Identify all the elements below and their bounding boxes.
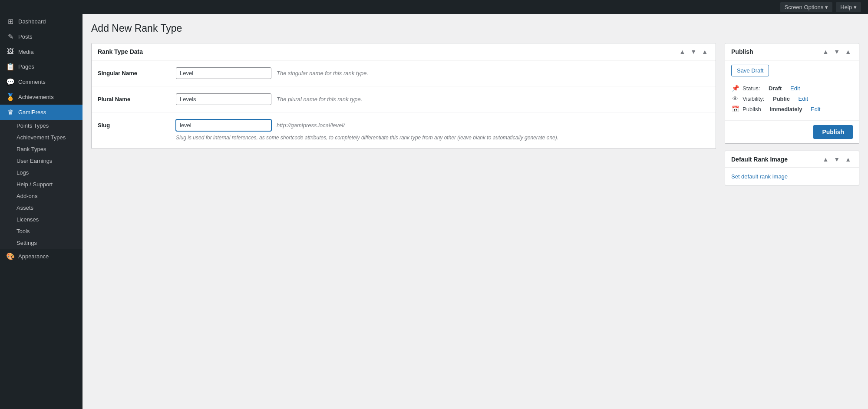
publish-time-label: Publish — [743, 106, 761, 112]
publish-button[interactable]: Publish — [813, 125, 853, 139]
pages-icon: 📋 — [6, 63, 15, 71]
visibility-edit-link[interactable]: Edit — [799, 96, 808, 102]
help-label: Help — [840, 4, 852, 10]
sidebar-subitem-user-earnings[interactable]: User Earnings — [0, 155, 83, 167]
panel-header: Rank Type Data ▲ ▼ ▲ — [92, 43, 716, 60]
rank-image-collapse-up-btn[interactable]: ▲ — [821, 155, 830, 163]
publish-collapse-down-btn[interactable]: ▼ — [832, 48, 842, 56]
publish-meta: 📌 Status: Draft Edit 👁 Visibility: Publi… — [731, 81, 853, 116]
sidebar-item-comments-label: Comments — [18, 79, 46, 85]
comments-icon: 💬 — [6, 78, 15, 86]
sidebar-item-pages-label: Pages — [18, 63, 34, 70]
publish-time-value: immediately — [769, 106, 802, 112]
sidebar-subitem-rank-types[interactable]: Rank Types — [0, 143, 83, 155]
sidebar-item-dashboard[interactable]: ⊞ Dashboard — [0, 14, 83, 29]
sidebar-item-achievements[interactable]: 🏅 Achievements — [0, 89, 83, 105]
slug-url: http://gamipress.local/level/ — [277, 122, 345, 129]
slug-field-row: http://gamipress.local/level/ — [176, 119, 710, 131]
sidebar: ⊞ Dashboard ✎ Posts 🖼 Media 📋 Pages 💬 Co… — [0, 14, 83, 409]
singular-name-input[interactable] — [176, 67, 271, 79]
plural-name-row: Plural Name The plural name for this ran… — [92, 86, 716, 112]
publish-title: Publish — [731, 48, 753, 55]
sidebar-item-comments[interactable]: 💬 Comments — [0, 74, 83, 89]
status-label: Status: — [743, 85, 760, 92]
sidebar-subitem-achievement-types[interactable]: Achievement Types — [0, 132, 83, 143]
status-edit-link[interactable]: Edit — [790, 85, 800, 92]
visibility-label: Visibility: — [743, 96, 764, 102]
panel-controls: ▲ ▼ ▲ — [677, 48, 710, 56]
plural-name-input[interactable] — [176, 93, 271, 105]
set-default-rank-image-link[interactable]: Set default rank image — [731, 173, 788, 180]
sidebar-item-media[interactable]: 🖼 Media — [0, 44, 83, 59]
panel-collapse-down-btn[interactable]: ▼ — [689, 48, 698, 56]
sidebar-subitem-licenses[interactable]: Licenses — [0, 214, 83, 225]
sidebar-subitem-points-types[interactable]: Points Types — [0, 120, 83, 132]
sidebar-subitem-add-ons[interactable]: Add-ons — [0, 190, 83, 202]
sidebar-item-pages[interactable]: 📋 Pages — [0, 59, 83, 74]
publish-controls: ▲ ▼ ▲ — [821, 48, 853, 56]
gamipress-icon: ♛ — [6, 108, 15, 116]
publish-box: Publish ▲ ▼ ▲ Save Draft 📌 Status: — [725, 43, 859, 144]
singular-name-label: Singular Name — [98, 67, 167, 76]
publish-time-icon: 📅 — [731, 106, 739, 112]
plural-name-field-wrap: The plural name for this rank type. — [176, 93, 710, 105]
sidebar-subitem-settings[interactable]: Settings — [0, 237, 83, 249]
rank-type-panel: Rank Type Data ▲ ▼ ▲ Singular Name The s… — [91, 43, 716, 149]
appearance-icon: 🎨 — [6, 252, 15, 261]
layout: ⊞ Dashboard ✎ Posts 🖼 Media 📋 Pages 💬 Co… — [0, 14, 868, 409]
rank-image-header: Default Rank Image ▲ ▼ ▲ — [725, 151, 859, 168]
right-sidebar: Publish ▲ ▼ ▲ Save Draft 📌 Status: — [725, 43, 859, 185]
status-row: 📌 Status: Draft Edit — [731, 85, 853, 92]
screen-options-button[interactable]: Screen Options ▾ — [780, 2, 833, 12]
publish-header: Publish ▲ ▼ ▲ — [725, 43, 859, 60]
achievements-icon: 🏅 — [6, 93, 15, 101]
screen-options-arrow-icon: ▾ — [825, 4, 828, 10]
plural-name-field-row: The plural name for this rank type. — [176, 93, 710, 105]
rank-image-controls: ▲ ▼ ▲ — [821, 155, 853, 163]
sidebar-item-gamipress-label: GamiPress — [18, 109, 46, 115]
top-bar: Screen Options ▾ Help ▾ — [0, 0, 868, 14]
sidebar-item-gamipress[interactable]: ♛ GamiPress — [0, 105, 83, 120]
sidebar-subitem-assets[interactable]: Assets — [0, 202, 83, 214]
publish-time-edit-link[interactable]: Edit — [811, 106, 820, 112]
publish-toggle-btn[interactable]: ▲ — [843, 48, 853, 56]
sidebar-item-media-label: Media — [18, 49, 33, 55]
visibility-icon: 👁 — [731, 95, 739, 102]
rank-image-box: Default Rank Image ▲ ▼ ▲ Set default ran… — [725, 151, 859, 185]
sidebar-subitem-help-support[interactable]: Help / Support — [0, 178, 83, 190]
publish-body: Save Draft 📌 Status: Draft Edit 👁 Visibi… — [725, 60, 859, 120]
panel-collapse-up-btn[interactable]: ▲ — [677, 48, 687, 56]
posts-icon: ✎ — [6, 33, 15, 41]
main-content: Add New Rank Type Rank Type Data ▲ ▼ ▲ S… — [83, 14, 868, 409]
publish-collapse-up-btn[interactable]: ▲ — [821, 48, 830, 56]
help-button[interactable]: Help ▾ — [836, 2, 861, 12]
dashboard-icon: ⊞ — [6, 17, 15, 26]
sidebar-item-achievements-label: Achievements — [18, 94, 54, 100]
slug-row: Slug http://gamipress.local/level/ Slug … — [92, 112, 716, 148]
visibility-value: Public — [773, 96, 790, 102]
rank-image-toggle-btn[interactable]: ▲ — [843, 155, 853, 163]
rank-image-title: Default Rank Image — [731, 156, 788, 163]
page-title: Add New Rank Type — [91, 23, 859, 34]
gamipress-submenu: Points Types Achievement Types Rank Type… — [0, 120, 83, 249]
slug-input[interactable] — [176, 119, 271, 131]
rank-image-body: Set default rank image — [725, 168, 859, 185]
screen-options-label: Screen Options — [785, 4, 824, 10]
singular-name-field-row: The singular name for this rank type. — [176, 67, 710, 79]
status-icon: 📌 — [731, 85, 739, 92]
publish-time-row: 📅 Publish immediately Edit — [731, 106, 853, 112]
slug-label: Slug — [98, 119, 167, 129]
sidebar-subitem-logs[interactable]: Logs — [0, 167, 83, 178]
plural-name-label: Plural Name — [98, 93, 167, 102]
sidebar-item-appearance[interactable]: 🎨 Appearance — [0, 249, 83, 264]
rank-image-collapse-down-btn[interactable]: ▼ — [832, 155, 842, 163]
sidebar-item-posts-label: Posts — [18, 33, 33, 40]
save-draft-button[interactable]: Save Draft — [731, 65, 769, 76]
panel-toggle-btn[interactable]: ▲ — [700, 48, 710, 56]
singular-name-row: Singular Name The singular name for this… — [92, 60, 716, 86]
media-icon: 🖼 — [6, 48, 15, 56]
sidebar-item-posts[interactable]: ✎ Posts — [0, 29, 83, 44]
slug-field-wrap: http://gamipress.local/level/ Slug is us… — [176, 119, 710, 142]
sidebar-subitem-tools[interactable]: Tools — [0, 225, 83, 237]
sidebar-item-appearance-label: Appearance — [18, 253, 49, 260]
